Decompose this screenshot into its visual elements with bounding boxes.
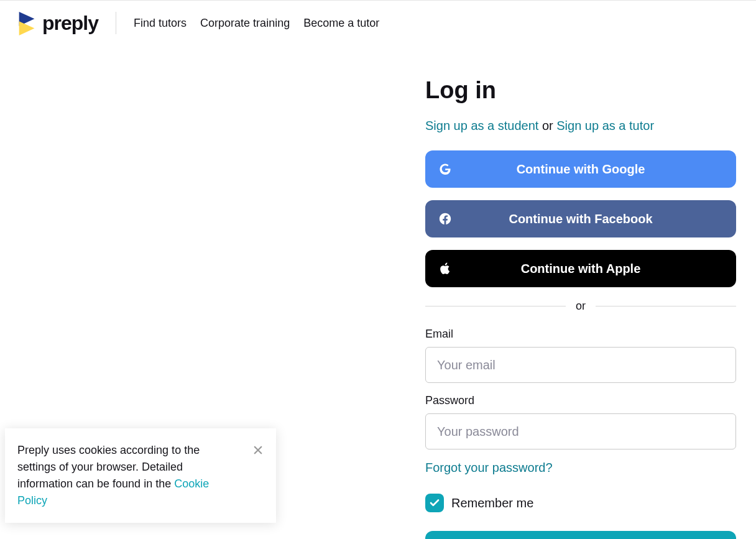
- email-field[interactable]: [425, 347, 736, 383]
- signup-or: or: [542, 119, 553, 132]
- nav-corporate-training[interactable]: Corporate training: [200, 17, 290, 30]
- password-label: Password: [425, 394, 736, 407]
- login-submit-button[interactable]: [425, 531, 736, 539]
- nav-find-tutors[interactable]: Find tutors: [134, 17, 187, 30]
- facebook-button-label: Continue with Facebook: [438, 212, 724, 226]
- header: preply Find tutors Corporate training Be…: [0, 1, 756, 46]
- check-icon: [429, 497, 440, 509]
- signup-prompt: Sign up as a student or Sign up as a tut…: [425, 119, 736, 133]
- page-title: Log in: [425, 77, 736, 104]
- apple-button-label: Continue with Apple: [438, 262, 724, 276]
- brand-logo[interactable]: preply: [17, 11, 98, 35]
- nav-become-tutor[interactable]: Become a tutor: [303, 17, 379, 30]
- remember-label: Remember me: [451, 496, 533, 510]
- login-form: Log in Sign up as a student or Sign up a…: [425, 77, 736, 539]
- continue-google-button[interactable]: Continue with Google: [425, 150, 736, 188]
- cookie-close-button[interactable]: [251, 443, 265, 457]
- divider-line-right: [596, 306, 736, 306]
- remember-row: Remember me: [425, 494, 736, 512]
- divider: or: [425, 300, 736, 313]
- remember-checkbox[interactable]: [425, 494, 444, 512]
- continue-apple-button[interactable]: Continue with Apple: [425, 250, 736, 287]
- email-label: Email: [425, 328, 736, 341]
- apple-icon: [438, 261, 453, 276]
- nav: Find tutors Corporate training Become a …: [134, 17, 379, 30]
- password-field[interactable]: [425, 413, 736, 449]
- signup-tutor-link[interactable]: Sign up as a tutor: [556, 119, 654, 132]
- nav-divider: [116, 12, 116, 34]
- divider-line-left: [425, 306, 566, 306]
- logo-mark-icon: [17, 11, 37, 35]
- google-button-label: Continue with Google: [438, 162, 724, 177]
- signup-student-link[interactable]: Sign up as a student: [425, 119, 538, 132]
- divider-text: or: [576, 300, 586, 313]
- close-icon: [252, 445, 264, 456]
- cookie-text: Preply uses cookies according to the set…: [17, 444, 200, 490]
- google-icon: [438, 162, 453, 177]
- continue-facebook-button[interactable]: Continue with Facebook: [425, 200, 736, 237]
- facebook-icon: [438, 211, 453, 226]
- brand-name: preply: [42, 12, 98, 35]
- cookie-notice: Preply uses cookies according to the set…: [5, 428, 276, 523]
- forgot-password-link[interactable]: Forgot your password?: [425, 461, 553, 475]
